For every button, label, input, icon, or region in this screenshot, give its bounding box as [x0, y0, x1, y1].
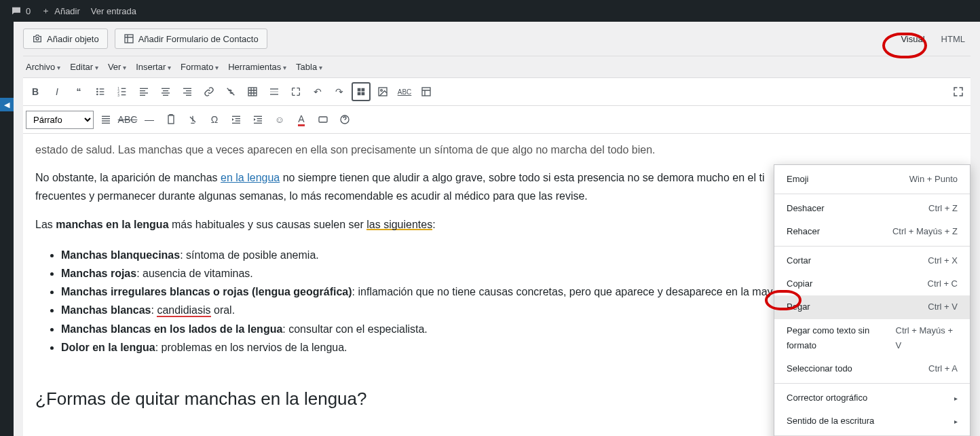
svg-rect-36: [422, 88, 430, 96]
toggle-toolbar-button[interactable]: [352, 82, 371, 101]
svg-text:3: 3: [117, 94, 119, 97]
svg-rect-39: [102, 120, 110, 121]
svg-rect-50: [319, 117, 327, 122]
hr-button[interactable]: —: [140, 110, 159, 129]
indent-button[interactable]: [248, 110, 267, 129]
plus-icon: ＋: [41, 5, 50, 17]
svg-rect-25: [186, 95, 191, 96]
add-new-link[interactable]: ＋ Añadir: [36, 0, 86, 22]
tab-visual[interactable]: Visual: [895, 30, 930, 48]
svg-rect-32: [358, 92, 361, 96]
svg-rect-7: [100, 94, 105, 94]
ctx-redo[interactable]: RehacerCtrl + Mayús + Z: [774, 220, 970, 243]
menu-edit[interactable]: Editar: [70, 62, 98, 72]
svg-rect-48: [257, 120, 262, 121]
svg-rect-38: [102, 118, 110, 119]
svg-rect-22: [183, 88, 191, 89]
svg-rect-3: [100, 88, 105, 89]
template-button[interactable]: [417, 82, 436, 101]
menu-table[interactable]: Tabla: [296, 62, 322, 72]
comments-link[interactable]: 0: [5, 0, 36, 22]
add-media-button[interactable]: Añadir objeto: [23, 29, 108, 49]
svg-rect-29: [270, 94, 278, 94]
add-media-label: Añadir objeto: [47, 34, 99, 44]
outdent-button[interactable]: [227, 110, 246, 129]
view-label: Ver entrada: [91, 6, 136, 16]
svg-rect-13: [121, 94, 126, 95]
undo-button[interactable]: ↶: [308, 82, 327, 101]
svg-rect-42: [232, 116, 240, 117]
svg-rect-20: [162, 92, 170, 93]
svg-rect-28: [270, 91, 278, 92]
ctx-cut[interactable]: CortarCtrl + X: [774, 249, 970, 272]
keyboard-shortcuts-button[interactable]: [314, 110, 333, 129]
svg-rect-46: [254, 116, 262, 117]
paragraph-intro: estado de salud. Las manchas que a veces…: [35, 141, 958, 159]
svg-point-0: [36, 37, 39, 40]
insert-table-button[interactable]: [243, 82, 262, 101]
help-button[interactable]: [335, 110, 354, 129]
align-left-button[interactable]: [134, 82, 153, 101]
italic-button[interactable]: I: [48, 82, 67, 101]
svg-rect-27: [270, 88, 278, 89]
svg-point-4: [96, 91, 98, 93]
bullet-list-button[interactable]: [91, 82, 110, 101]
add-form-label: Añadir Formulario de Contacto: [138, 34, 259, 44]
image-button[interactable]: [373, 82, 392, 101]
ctx-select-all[interactable]: Seleccionar todoCtrl + A: [774, 357, 970, 380]
expand-sidebar-icon[interactable]: ◀: [0, 98, 14, 111]
unlink-button[interactable]: [221, 82, 240, 101]
svg-rect-45: [232, 123, 240, 124]
redo-button[interactable]: ↷: [330, 82, 349, 101]
editor-content[interactable]: estado de salud. Las manchas que a veces…: [23, 134, 970, 436]
editor-mode-tabs: Visual HTML: [895, 30, 970, 48]
numbered-list-button[interactable]: 123: [113, 82, 132, 101]
menu-format[interactable]: Formato: [181, 62, 219, 72]
align-justify-button[interactable]: [96, 110, 115, 129]
svg-rect-43: [235, 118, 240, 119]
distraction-free-button[interactable]: [949, 82, 968, 101]
bold-button[interactable]: B: [26, 82, 45, 101]
readmore-button[interactable]: [265, 82, 284, 101]
clear-format-button[interactable]: [183, 110, 202, 129]
link-en-la-lengua[interactable]: en la lengua: [221, 172, 280, 183]
admin-bar: 0 ＋ Añadir Ver entrada: [0, 0, 980, 22]
view-entry-link[interactable]: Ver entrada: [86, 0, 142, 22]
menu-view[interactable]: Ver: [108, 62, 126, 72]
align-center-button[interactable]: [156, 82, 175, 101]
paragraph-format-select[interactable]: Párrafo: [26, 111, 94, 129]
svg-point-6: [96, 94, 98, 96]
text-color-button[interactable]: A: [292, 110, 311, 129]
ctx-spellcheck[interactable]: Corrector ortográfico: [774, 386, 970, 410]
strikethrough-button[interactable]: ABC: [118, 110, 137, 129]
add-contact-form-button[interactable]: Añadir Formulario de Contacto: [115, 29, 267, 49]
svg-rect-16: [140, 92, 148, 93]
menu-file[interactable]: Archivo: [26, 62, 60, 72]
ctx-undo[interactable]: DeshacerCtrl + Z: [774, 197, 970, 220]
ctx-emoji[interactable]: EmojiWin + Punto: [774, 168, 970, 191]
menu-insert[interactable]: Insertar: [136, 62, 171, 72]
paste-text-button[interactable]: [162, 110, 181, 129]
spellcheck-button[interactable]: ABC: [395, 82, 414, 101]
fullscreen-button[interactable]: [286, 82, 305, 101]
ctx-writing-direction[interactable]: Sentido de la escritura: [774, 410, 970, 433]
add-label: Añadir: [54, 6, 80, 16]
svg-point-2: [96, 88, 98, 90]
tab-html[interactable]: HTML: [936, 30, 970, 48]
blockquote-button[interactable]: “: [69, 82, 88, 101]
svg-rect-12: [121, 91, 126, 92]
svg-rect-15: [140, 90, 145, 91]
ctx-paste-plain[interactable]: Pegar como texto sin formatoCtrl + Mayús…: [774, 319, 970, 357]
align-right-button[interactable]: [178, 82, 197, 101]
comment-icon: [11, 5, 22, 16]
svg-rect-33: [362, 92, 365, 96]
toolbar-row-1: B I “ 123 ↶ ↷ ABC: [23, 77, 970, 106]
link-button[interactable]: [200, 82, 219, 101]
special-char-button[interactable]: Ω: [205, 110, 224, 129]
menu-tools[interactable]: Herramientas: [228, 62, 286, 72]
emoji-button[interactable]: ☺: [270, 110, 289, 129]
svg-rect-31: [362, 88, 365, 92]
ctx-copy[interactable]: CopiarCtrl + C: [774, 272, 970, 295]
ctx-paste[interactable]: PegarCtrl + V: [774, 295, 970, 319]
svg-rect-23: [186, 90, 191, 91]
